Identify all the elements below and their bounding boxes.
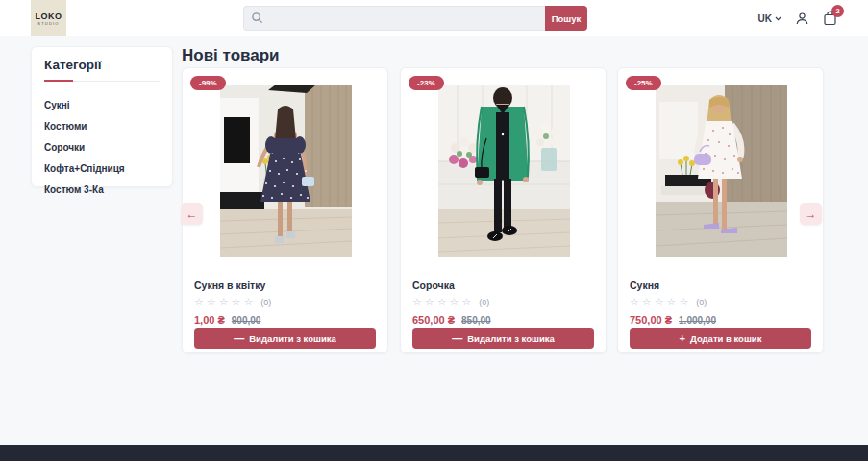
price-row: 750,00 ₴ 1.000,00	[630, 314, 811, 326]
price-row: 1,00 ₴ 900,00	[194, 314, 376, 326]
old-price: 850,00	[461, 315, 491, 326]
logo[interactable]: LOKO STUDIO	[31, 0, 66, 36]
search-bar: Пошук	[243, 6, 587, 31]
rating-row: ☆☆☆☆☆ (0)	[630, 297, 811, 307]
language-label: UK	[758, 13, 772, 24]
sidebar-item-sorochky[interactable]: Сорочки	[44, 136, 160, 158]
category-list: Сукні Костюми Сорочки Кофта+Спідниця Кос…	[44, 94, 160, 200]
header: LOKO STUDIO Пошук UK	[0, 0, 868, 36]
sidebar-item-sukni[interactable]: Сукні	[44, 94, 160, 115]
rating-row: ☆☆☆☆☆ (0)	[194, 297, 376, 307]
language-selector[interactable]: UK	[758, 13, 781, 24]
old-price: 900,00	[232, 315, 261, 326]
product-image[interactable]	[656, 85, 787, 257]
search-input-box	[243, 6, 545, 31]
carousel-next-button[interactable]: →	[800, 203, 822, 225]
price-row: 650,00 ₴ 850,00	[412, 314, 594, 326]
star-rating-icons: ☆☆☆☆☆	[194, 297, 256, 307]
current-price: 650,00 ₴	[412, 314, 455, 326]
carousel-prev-button[interactable]: ←	[181, 203, 203, 225]
chevron-down-icon	[775, 16, 781, 21]
sidebar-divider	[44, 80, 160, 82]
current-price: 750,00 ₴	[630, 314, 672, 326]
arrow-right-icon: →	[806, 207, 817, 221]
minus-icon: —	[452, 333, 462, 344]
star-rating-icons: ☆☆☆☆☆	[630, 297, 691, 307]
cart-count-badge: 2	[831, 5, 844, 17]
discount-badge: -25%	[626, 76, 661, 90]
sidebar-item-kostyum-3ka[interactable]: Костюм 3-Ка	[44, 179, 160, 200]
product-name[interactable]: Сукня в квітку	[194, 279, 376, 291]
cart-button[interactable]: 2	[823, 11, 837, 26]
add-to-cart-button[interactable]: + Додати в кошик	[630, 328, 811, 349]
page-title: Нові товари	[182, 46, 280, 65]
rating-count: (0)	[479, 298, 489, 307]
product-image[interactable]	[438, 85, 570, 257]
product-card: -25%	[617, 67, 824, 353]
product-image[interactable]	[220, 85, 352, 257]
rating-row: ☆☆☆☆☆ (0)	[412, 297, 594, 307]
button-label: Видалити з кошика	[249, 333, 336, 344]
product-info: Сукня в квітку ☆☆☆☆☆ (0) 1,00 ₴ 900,00	[194, 279, 376, 326]
plus-icon: +	[680, 333, 685, 344]
search-icon	[251, 12, 263, 24]
logo-title: LOKO	[36, 12, 62, 21]
page: LOKO STUDIO Пошук UK	[0, 0, 868, 461]
discount-badge: -23%	[409, 76, 444, 90]
sidebar-title: Категорії	[44, 58, 160, 72]
header-right: UK 2	[758, 0, 837, 36]
product-info: Сорочка ☆☆☆☆☆ (0) 650,00 ₴ 850,00	[412, 279, 594, 326]
star-rating-icons: ☆☆☆☆☆	[412, 297, 474, 307]
categories-sidebar: Категорії Сукні Костюми Сорочки Кофта+Сп…	[31, 46, 173, 187]
product-card: -99%	[182, 67, 388, 353]
logo-subtitle: STUDIO	[37, 21, 59, 26]
sidebar-item-kofta-spidnytsya[interactable]: Кофта+Спідниця	[44, 158, 160, 179]
button-label: Видалити з кошика	[467, 333, 555, 344]
old-price: 1.000,00	[679, 315, 716, 326]
search-button[interactable]: Пошук	[545, 6, 587, 31]
arrow-left-icon: ←	[186, 207, 198, 221]
remove-from-cart-button[interactable]: — Видалити з кошика	[412, 328, 594, 349]
account-button[interactable]	[795, 12, 809, 26]
product-card: -23%	[400, 67, 607, 353]
product-name[interactable]: Сукня	[630, 279, 811, 291]
user-icon	[795, 12, 809, 26]
button-label: Додати в кошик	[690, 333, 761, 344]
remove-from-cart-button[interactable]: — Видалити з кошика	[194, 328, 376, 349]
footer	[0, 445, 868, 461]
current-price: 1,00 ₴	[194, 314, 225, 326]
minus-icon: —	[234, 333, 244, 344]
rating-count: (0)	[696, 298, 707, 307]
product-name[interactable]: Сорочка	[412, 279, 594, 291]
discount-badge: -99%	[190, 76, 226, 90]
product-info: Сукня ☆☆☆☆☆ (0) 750,00 ₴ 1.000,00	[630, 279, 811, 326]
search-input[interactable]	[243, 6, 545, 31]
sidebar-item-kostyumy[interactable]: Костюми	[44, 115, 160, 136]
rating-count: (0)	[260, 298, 271, 307]
